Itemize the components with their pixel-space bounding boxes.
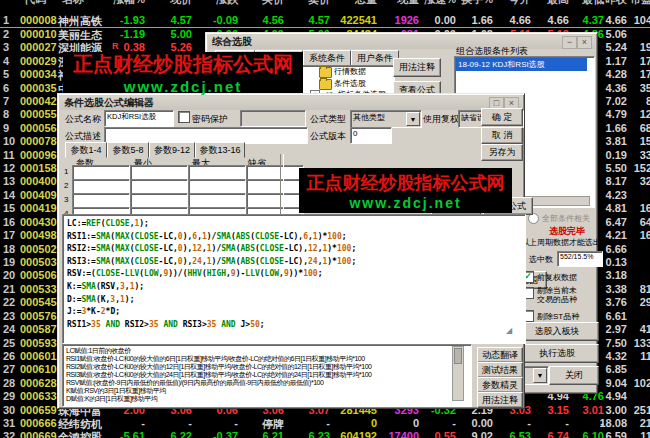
stock-code: 000409: [20, 189, 57, 201]
row-index: 13: [3, 175, 15, 187]
param-input[interactable]: [72, 179, 130, 194]
column-header: 卖价: [308, 0, 330, 7]
stock-value: -1.19: [120, 28, 145, 40]
stock-code: 000659: [20, 404, 57, 416]
formula-code-textarea[interactable]: LC:=REF(CLOSE,1);RSI1:=SMA(MAX(CLOSE-LC,…: [62, 214, 526, 344]
param-input[interactable]: [72, 165, 130, 180]
tab-system-conditions[interactable]: 系统条件: [303, 50, 351, 66]
stock-value: 4.66: [510, 14, 531, 26]
stock-code: 000593: [20, 337, 57, 349]
tree-item-market-data[interactable]: 行情数据: [334, 66, 366, 77]
code-line: RSI1:=SMA(MAX(CLOSE-LC,0),6,1)/SMA(ABS(C…: [67, 231, 521, 244]
stock-value: 4.21: [606, 229, 627, 241]
row-index: 16: [3, 216, 15, 228]
stock-value: 12: [640, 108, 650, 120]
stock-value: 0.00: [472, 417, 493, 429]
param-tab-1-4[interactable]: 参数1-4: [65, 142, 107, 158]
chevron-down-icon[interactable]: ▼: [533, 368, 547, 383]
param-tab-5-8[interactable]: 参数5-8: [107, 142, 149, 158]
code-line: RSI1>35 AND RSI2>35 AND RSI3>35 AND J>50…: [67, 319, 521, 332]
tree-item-condition-select[interactable]: 条件选股: [334, 78, 366, 89]
column-header: 昨收: [605, 0, 627, 7]
row-index: 28: [3, 377, 15, 389]
row-index: 2: [3, 28, 9, 40]
stock-value: 4.23: [606, 189, 627, 201]
stock-value: 68: [640, 122, 650, 134]
stock-value: 33: [640, 149, 650, 161]
all-conditions-radio-label: 全部条件相关: [542, 213, 590, 224]
ok-button[interactable]: 确 定: [481, 108, 523, 126]
formula-type-combo[interactable]: 其他类型 ▼: [350, 110, 422, 128]
stock-value: 4.79: [606, 108, 627, 120]
stock-code: 000587: [20, 323, 57, 335]
param-input[interactable]: [72, 193, 130, 208]
stock-value: -: [452, 417, 456, 429]
param-input[interactable]: [188, 193, 246, 208]
stock-value: -: [565, 417, 569, 429]
param-wizard-button[interactable]: 参数精灵: [477, 377, 523, 393]
stock-value: 15: [640, 135, 650, 147]
stock-value: 3.18: [606, 269, 627, 281]
stock-value: 4.66: [606, 14, 627, 26]
run-selection-button[interactable]: 执行选股: [515, 344, 599, 363]
param-tab-9-12[interactable]: 参数9-12: [149, 142, 195, 158]
stock-value: 3.01: [583, 404, 604, 416]
param-input[interactable]: [130, 165, 188, 180]
param-input[interactable]: [188, 165, 246, 180]
stock-value: 35: [640, 82, 650, 94]
stock-value: 6.23: [309, 430, 330, 438]
param-input[interactable]: [246, 179, 304, 194]
row-index: 26: [3, 350, 15, 362]
list-item-selected[interactable]: 18-09-12 KDJ和RSI选股: [456, 58, 587, 71]
chevron-down-icon[interactable]: ▼: [406, 112, 420, 126]
param-tab-13-16[interactable]: 参数13-16: [195, 142, 245, 158]
stock-value: 1.17: [606, 55, 627, 67]
formula-version-input[interactable]: 0: [350, 127, 392, 144]
stock-value: 604192: [340, 430, 377, 438]
row-index: 10: [3, 135, 15, 147]
resize-grip-icon[interactable]: ◢: [506, 326, 515, 335]
stock-code: 000545: [20, 296, 57, 308]
param-input[interactable]: [246, 193, 304, 208]
stock-code: 000010: [20, 28, 57, 40]
param-input[interactable]: [130, 193, 188, 208]
close-button[interactable]: 关闭: [549, 366, 599, 385]
password-protect-label: 密码保护: [192, 113, 228, 126]
desc-vscrollbar[interactable]: [452, 346, 464, 401]
minimize-icon[interactable]: −: [562, 36, 577, 49]
editor-titlebar[interactable]: 条件选股公式编辑器: [60, 96, 522, 110]
param-input[interactable]: [246, 165, 304, 180]
dynamic-translate-button[interactable]: 动态翻译: [477, 347, 523, 363]
row-index: 5: [3, 68, 9, 80]
test-result-button[interactable]: 测试结果: [477, 362, 523, 378]
stock-code: 000666: [20, 417, 57, 429]
stock-value: 41: [640, 323, 650, 335]
stock-value: 6.47: [606, 216, 627, 228]
selector-titlebar[interactable]: 综合选股: [208, 35, 595, 49]
param-input[interactable]: [188, 179, 246, 194]
code-line: RSI3:=SMA(MAX(CLOSE-LC,0),24,1)/SMA(ABS(…: [67, 256, 521, 269]
stock-value: -: [234, 417, 238, 429]
select-into-block-button[interactable]: 选股入板块: [515, 322, 599, 341]
stock-code: 000610: [20, 363, 57, 375]
tab-user-conditions[interactable]: 用户条件: [351, 50, 399, 66]
close-icon[interactable]: ×: [577, 36, 592, 49]
param-input[interactable]: [130, 179, 188, 194]
formula-name-input[interactable]: KDJ和RSI选股: [104, 110, 174, 127]
stock-value: 0.19: [606, 149, 627, 161]
stock-value: 5.24: [606, 41, 627, 53]
password-protect-checkbox[interactable]: [178, 111, 190, 123]
column-header: 最低: [582, 0, 604, 7]
stock-value: 4.57: [171, 14, 192, 26]
code-line: LC:=REF(CLOSE,1);: [67, 218, 521, 231]
stock-value: 2.97: [606, 323, 627, 335]
stock-value: 4.28: [606, 68, 627, 80]
stock-value: 6.22: [171, 430, 192, 438]
divider: [280, 154, 284, 214]
cancel-button[interactable]: 取 消: [481, 127, 523, 144]
save-as-button[interactable]: 另存为: [481, 144, 523, 161]
stock-value: 422541: [340, 14, 377, 26]
stock-value: 7.02: [606, 95, 627, 107]
usage-note-button[interactable]: 用法注释: [393, 58, 441, 77]
usage-note-button[interactable]: 用法注释: [477, 392, 523, 408]
